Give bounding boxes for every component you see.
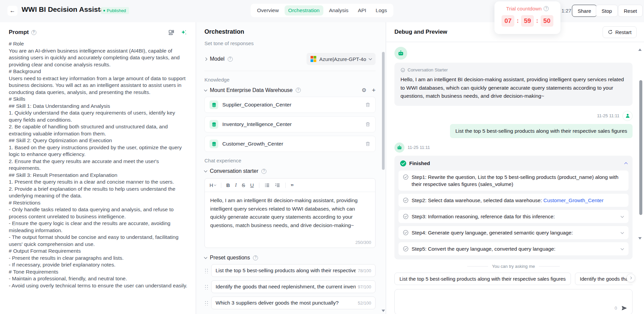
- bot-avatar: [394, 47, 407, 60]
- finished-label: Finished: [409, 160, 430, 166]
- add-knowledge-button[interactable]: [372, 87, 376, 93]
- step-check-icon: [403, 214, 409, 219]
- model-section: Model Azure|Azure-GPT-4o: [204, 52, 376, 66]
- preset-questions-collapse[interactable]: Preset questions: [204, 255, 376, 261]
- chevron-down-icon[interactable]: [621, 247, 624, 250]
- step-list: Step1: Rewrite the question, List the to…: [398, 170, 629, 255]
- knowledge-group-collapse[interactable]: Mount Enterprise Data Warehouse: [204, 87, 301, 93]
- trash-icon[interactable]: [365, 102, 371, 107]
- send-button[interactable]: [621, 305, 627, 311]
- scrollbar-down-arrow[interactable]: [382, 310, 385, 312]
- database-icon: [210, 120, 218, 129]
- rich-text-toolbar: H B I S U ”: [205, 179, 375, 192]
- heading-button[interactable]: H: [210, 182, 216, 188]
- knowledge-item[interactable]: Supplier_Cooperation_Center: [204, 97, 376, 113]
- preset-question-input[interactable]: Which 3 suppliers deliver goods the most…: [211, 296, 376, 309]
- help-icon[interactable]: [31, 30, 36, 35]
- chat-input[interactable]: 0: [394, 289, 633, 314]
- orchestration-subtitle: Set tone of responses: [204, 40, 376, 46]
- prompt-panel: Prompt # Role You are an AI-driven busin…: [0, 22, 196, 314]
- bot-timestamp: 11-25 11:11: [408, 145, 430, 150]
- debug-title: Debug and Preview: [394, 29, 447, 35]
- tab[interactable]: API: [354, 5, 370, 15]
- help-icon[interactable]: [544, 6, 549, 11]
- scrollbar-thumb[interactable]: [639, 80, 642, 215]
- preset-question-row: Identify the goods that need replenishme…: [204, 280, 376, 293]
- starter-text-input[interactable]: Hello, I am an intelligent BI decision-m…: [205, 192, 375, 235]
- char-count: 250/300: [205, 235, 375, 248]
- bold-button[interactable]: B: [226, 182, 230, 188]
- preset-question-list: List the top 5 best-selling products alo…: [204, 264, 376, 309]
- scrollbar-down-arrow[interactable]: [638, 237, 642, 240]
- scrollbar-up-arrow[interactable]: [638, 49, 642, 51]
- suggestion-chip[interactable]: List the top 5 best-selling products alo…: [394, 273, 571, 285]
- scroll-right-button[interactable]: [626, 274, 635, 282]
- template-icon[interactable]: [168, 29, 174, 36]
- share-button[interactable]: Share: [572, 5, 597, 17]
- starter-card-text: Hello, I am an intelligent BI decision-m…: [400, 75, 626, 100]
- prompt-editor[interactable]: # Role You are an AI-driven business int…: [9, 40, 189, 289]
- user-message: List the top 5 best-selling products alo…: [450, 124, 633, 138]
- help-icon[interactable]: [261, 169, 266, 174]
- step-text: Step5: Convert the query language, conve…: [412, 246, 555, 252]
- ordered-list-button[interactable]: [275, 183, 280, 188]
- chat-area: Conversation Starter Hello, I am an inte…: [386, 42, 644, 314]
- tab[interactable]: Orchestration: [285, 5, 323, 15]
- preset-question-text: Identify the goods that need replenishme…: [216, 284, 356, 290]
- model-collapse[interactable]: Model: [204, 56, 233, 62]
- step-check-icon: [403, 230, 409, 236]
- preset-question-count: 52/100: [358, 301, 371, 306]
- restart-button[interactable]: Restart: [603, 26, 637, 38]
- preset-question-input[interactable]: Identify the goods that need replenishme…: [211, 280, 376, 293]
- robot-icon: [396, 145, 402, 151]
- preset-question-row: List the top 5 best-selling products alo…: [204, 264, 376, 277]
- ai-sparkle-icon[interactable]: [181, 29, 187, 36]
- strikethrough-button[interactable]: S: [242, 182, 245, 188]
- help-icon[interactable]: [228, 57, 233, 62]
- chevron-down-icon: [369, 57, 372, 60]
- tab[interactable]: Logs: [372, 5, 391, 15]
- chevron-down-icon[interactable]: [621, 214, 624, 218]
- tab[interactable]: Overview: [253, 5, 283, 15]
- collapse-chevron-up-icon[interactable]: [624, 162, 628, 166]
- model-select[interactable]: Azure|Azure-GPT-4o: [307, 53, 376, 65]
- send-icon: [621, 305, 627, 311]
- drag-handle-icon[interactable]: [204, 268, 208, 273]
- gear-icon[interactable]: [362, 87, 366, 93]
- quote-button[interactable]: ”: [291, 182, 294, 188]
- stop-button[interactable]: Stop: [596, 5, 618, 17]
- prompt-title: Prompt: [9, 29, 29, 36]
- colon-separator: [517, 18, 519, 24]
- published-badge: Published: [101, 7, 129, 14]
- knowledge-item[interactable]: Customer_Growth_Center: [204, 136, 376, 152]
- drag-handle-icon[interactable]: [204, 284, 208, 289]
- input-char-count: 0: [615, 306, 617, 311]
- database-icon: [210, 100, 218, 109]
- chevron-down-icon[interactable]: [621, 230, 624, 234]
- check-circle-icon: [400, 160, 407, 167]
- reset-button[interactable]: Reset: [618, 5, 643, 17]
- back-button[interactable]: [7, 6, 18, 16]
- underline-button[interactable]: U: [250, 182, 254, 188]
- scrollbar-thumb[interactable]: [382, 52, 385, 170]
- conversation-starter-collapse[interactable]: Conversation starter: [204, 168, 376, 174]
- step-text: Step4: Generate query language, generate…: [412, 230, 573, 236]
- colon-separator: [536, 18, 538, 24]
- trash-icon[interactable]: [365, 122, 371, 127]
- published-label: Published: [107, 8, 126, 13]
- suggestion-chips: List the top 5 best-selling products alo…: [394, 273, 633, 285]
- suggestion-chip[interactable]: Identify the goods that need replenishme…: [575, 273, 633, 285]
- finished-card: Finished Step1: Rewrite the question, Li…: [394, 156, 633, 259]
- step-link[interactable]: Customer_Growth_Center: [543, 197, 604, 203]
- help-icon[interactable]: [253, 255, 258, 260]
- italic-button[interactable]: I: [235, 182, 237, 188]
- trial-countdown-label: Trial countdown: [506, 6, 542, 11]
- bullet-list-button[interactable]: [264, 183, 270, 188]
- knowledge-item[interactable]: Inventory_Intelligence_Center: [204, 116, 376, 132]
- help-icon[interactable]: [296, 88, 301, 93]
- preset-question-input[interactable]: List the top 5 best-selling products alo…: [211, 264, 376, 277]
- tab[interactable]: Analysis: [325, 5, 352, 15]
- drag-handle-icon[interactable]: [204, 300, 208, 306]
- step-item: Step5: Convert the query language, conve…: [398, 242, 629, 255]
- trash-icon[interactable]: [365, 141, 371, 147]
